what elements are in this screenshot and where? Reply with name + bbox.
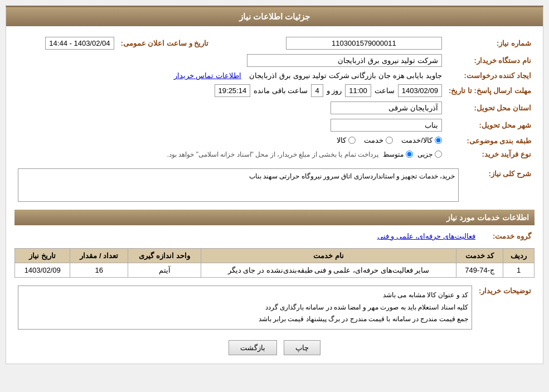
process-jozii-label: جزیی [417, 151, 433, 158]
back-button[interactable]: بازگشت [229, 340, 277, 355]
service-group-value: فعالیت‌های حرفه‌ای، علمی و فنی [14, 230, 479, 243]
col-service-code: کد خدمت [456, 249, 503, 263]
need-number-value: 1103001579000011 [223, 35, 445, 52]
category-kala-khadamat-label: کالا/خدمت [401, 136, 433, 144]
city-value: بناب [14, 117, 445, 134]
panel-body: شماره نیاز: 1103001579000011 تاریخ و ساع… [6, 26, 543, 364]
process-desc: پرداخت تمام یا بخشی از مبلغ خریدار، از م… [167, 151, 378, 158]
col-quantity: تعداد / مقدار [70, 249, 128, 263]
button-row: چاپ بازگشت [14, 340, 535, 355]
buyer-notes-row: توضیحات خریدار: کد و عنوان کالا مشابه می… [14, 283, 535, 332]
col-need-date: تاریخ نیاز [15, 249, 70, 263]
panel-title: جزئیات اطلاعات نیاز [239, 12, 310, 21]
category-kala-khadamat-radio[interactable] [435, 137, 442, 144]
buyer-org-label: نام دستگاه خریدار: [445, 52, 535, 69]
deadline-remaining-label: ساعت باقی مانده [254, 86, 308, 95]
buyer-org-row: نام دستگاه خریدار: شرکت تولید نیروی برق … [14, 52, 535, 69]
col-row-num: ردیف [503, 249, 535, 263]
need-desc-value: خرید، خدمات تجهیز و استانداردسازی اتاق س… [14, 166, 462, 204]
province-row: استان محل تحویل: آذربایجان شرقی [14, 99, 535, 117]
need-number-box: 1103001579000011 [286, 37, 442, 50]
col-service-name: نام خدمت [201, 249, 456, 263]
city-box: بناب [331, 119, 442, 132]
cell-row-num: 1 [503, 263, 535, 278]
category-khadamat-label: خدمت [364, 136, 383, 144]
process-jozii-radio[interactable] [435, 151, 442, 158]
service-table-header: ردیف کد خدمت نام خدمت واحد اندازه گیری ت… [15, 249, 535, 263]
category-khadamat[interactable]: خدمت [364, 136, 393, 144]
announce-date-value: 1403/02/04 - 14:44 [14, 35, 118, 52]
deadline-days-box: 4 [311, 84, 323, 97]
process-motavaset-label: متوسط [383, 151, 404, 158]
deadline-row: مهلت ارسال پاسخ: تا تاریخ: 1403/02/09 سا… [14, 82, 535, 99]
process-options: جزیی متوسط پرداخت تمام یا بخشی از مبلغ خ… [14, 148, 445, 161]
main-panel: جزئیات اطلاعات نیاز شماره نیاز: 11030015… [6, 6, 543, 364]
table-row: 1 ج-74-749 سایر فعالیت‌های حرفه‌ای، علمی… [15, 263, 535, 278]
province-label: استان محل تحویل: [445, 99, 535, 117]
category-radio-group: کالا/خدمت خدمت کالا [337, 136, 442, 144]
category-options: کالا/خدمت خدمت کالا [14, 134, 445, 148]
buyer-note-line: کد و عنوان کالا مشابه می باشد [22, 289, 468, 302]
city-label: شهر محل تحویل: [445, 117, 535, 134]
category-kala[interactable]: کالا [337, 136, 356, 144]
service-group-link[interactable]: فعالیت‌های حرفه‌ای، علمی و فنی [377, 232, 475, 240]
process-label: نوع فرآیند خرید: [445, 148, 535, 161]
col-unit: واحد اندازه گیری [128, 249, 201, 263]
deadline-time-label: ساعت [375, 86, 395, 95]
cell-unit: آیتم [128, 263, 201, 278]
deadline-remaining-box: 19:25:14 [215, 84, 251, 97]
service-group-row: گروه خدمت: فعالیت‌های حرفه‌ای، علمی و فن… [14, 230, 535, 243]
buyer-notes-value: کد و عنوان کالا مشابه می باشدکلیه اسناد … [14, 283, 475, 332]
creator-link[interactable]: اطلاعات تماس خریدار [174, 71, 241, 80]
process-option-row: جزیی متوسط پرداخت تمام یا بخشی از مبلغ خ… [18, 151, 442, 158]
deadline-label: مهلت ارسال پاسخ: تا تاریخ: [445, 82, 535, 99]
service-table-body: 1 ج-74-749 سایر فعالیت‌های حرفه‌ای، علمی… [15, 263, 535, 278]
process-motavaset[interactable]: متوسط [383, 151, 413, 158]
service-group-label: گروه خدمت: [479, 230, 535, 243]
cell-service-name: سایر فعالیت‌های حرفه‌ای، علمی و فنی طبقه… [201, 263, 456, 278]
buyer-notes-table: توضیحات خریدار: کد و عنوان کالا مشابه می… [14, 283, 535, 332]
category-kala-label: کالا [337, 136, 346, 144]
category-kala-khadamat[interactable]: کالا/خدمت [401, 136, 442, 144]
service-group-table: گروه خدمت: فعالیت‌های حرفه‌ای، علمی و فن… [14, 230, 535, 243]
need-desc-table: شرح کلی نیاز: خرید، خدمات تجهیز و استاند… [14, 166, 535, 204]
need-number-row: شماره نیاز: 1103001579000011 تاریخ و ساع… [14, 35, 535, 52]
creator-name: جاوید بایابی هزه جان بازرگانی شرکت تولید… [249, 71, 442, 80]
deadline-value: 1403/02/09 ساعت 11:00 روز و 4 ساعت باقی … [14, 82, 445, 99]
main-info-table: شماره نیاز: 1103001579000011 تاریخ و ساع… [14, 35, 535, 161]
cell-need-date: 1403/02/09 [15, 263, 70, 278]
need-desc-label: شرح کلی نیاز: [462, 166, 535, 204]
buyer-org-value: شرکت تولید نیروی برق اذربایجان [14, 52, 445, 69]
service-table: ردیف کد خدمت نام خدمت واحد اندازه گیری ت… [14, 248, 535, 278]
deadline-date-row: 1403/02/09 ساعت 11:00 روز و 4 ساعت باقی … [18, 84, 442, 97]
print-button[interactable]: چاپ [284, 340, 320, 355]
buyer-desc-box: کد و عنوان کالا مشابه می باشدکلیه اسناد … [18, 285, 472, 330]
process-motavaset-radio[interactable] [406, 151, 413, 158]
category-khadamat-radio[interactable] [386, 137, 393, 144]
category-kala-radio[interactable] [348, 137, 356, 144]
service-info-header: اطلاعات خدمات مورد نیاز [14, 210, 535, 225]
process-row: نوع فرآیند خرید: جزیی متوسط [14, 148, 535, 161]
service-table-header-row: ردیف کد خدمت نام خدمت واحد اندازه گیری ت… [15, 249, 535, 263]
category-label: طبقه بندی موضوعی: [445, 134, 535, 148]
creator-label: ایجاد کننده درخواست: [445, 69, 535, 82]
need-desc-row: شرح کلی نیاز: خرید، خدمات تجهیز و استاند… [14, 166, 535, 204]
province-box: آذربایجان شرقی [331, 101, 442, 114]
deadline-date-box: 1403/02/09 [398, 84, 442, 97]
cell-service-code: ج-74-749 [456, 263, 503, 278]
need-number-label: شماره نیاز: [445, 35, 535, 52]
deadline-days-label: روز و [327, 86, 342, 95]
process-jozii[interactable]: جزیی [417, 151, 442, 158]
buyer-note-line: کلیه اسناد استعلام باید به صورت مهر و ام… [22, 302, 468, 314]
buyer-org-box: شرکت تولید نیروی برق اذربایجان [247, 54, 442, 67]
cell-quantity: 16 [70, 263, 128, 278]
deadline-time-box: 11:00 [345, 84, 371, 97]
announce-date-box: 1403/02/04 - 14:44 [45, 37, 114, 50]
creator-row: ایجاد کننده درخواست: جاوید بایابی هزه جا… [14, 69, 535, 82]
need-desc-box: خرید، خدمات تجهیز و استانداردسازی اتاق س… [18, 168, 459, 202]
province-value: آذربایجان شرقی [14, 99, 445, 117]
buyer-note-line: جمع قیمت مندرج در سامانه با قیمت مندرج د… [22, 313, 468, 326]
creator-value: جاوید بایابی هزه جان بازرگانی شرکت تولید… [14, 69, 445, 82]
category-row: طبقه بندی موضوعی: کالا/خدمت خدمت [14, 134, 535, 148]
announce-date-label: تاریخ و ساعت اعلان عمومی: [118, 35, 212, 52]
